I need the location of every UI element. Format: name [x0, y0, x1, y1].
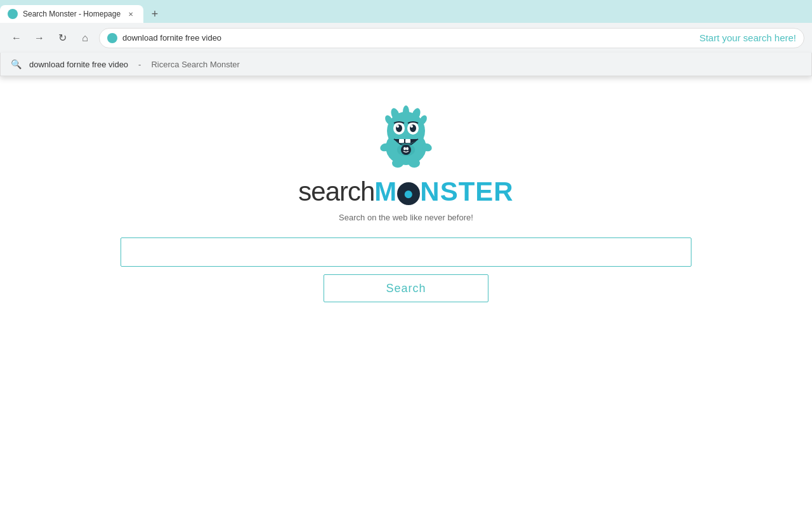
new-tab-button[interactable]: + — [146, 5, 164, 23]
browser-window: Search Monster - Homepage ✕ + ← → ↻ ⌂ St… — [0, 0, 812, 508]
svg-point-22 — [406, 147, 409, 150]
search-input[interactable] — [121, 237, 691, 267]
svg-point-12 — [410, 125, 413, 128]
autocomplete-query: download fornite free video — [29, 60, 128, 69]
brand-title: search M●NSTER — [298, 178, 513, 205]
forward-button[interactable]: → — [30, 29, 48, 47]
reload-button[interactable]: ↻ — [53, 29, 71, 47]
svg-rect-13 — [399, 139, 404, 143]
tab-close-button[interactable]: ✕ — [126, 9, 136, 19]
page-body: MONS — [0, 53, 812, 508]
address-bar-placeholder: Start your search here! — [699, 32, 796, 43]
active-tab[interactable]: Search Monster - Homepage ✕ — [0, 5, 143, 23]
svg-point-3 — [403, 105, 409, 118]
svg-point-20 — [401, 145, 411, 155]
brand-search-text: search — [298, 178, 374, 205]
monster-container: search M●NSTER Search on the web like ne… — [298, 104, 513, 222]
autocomplete-separator: - — [138, 60, 141, 69]
address-bar-favicon — [107, 33, 117, 43]
autocomplete-item[interactable]: 🔍 download fornite free video - Ricerca … — [1, 53, 811, 76]
svg-point-15 — [392, 159, 403, 168]
nav-bar: ← → ↻ ⌂ Start your search here! 🔍 downlo… — [0, 23, 812, 53]
search-icon: 🔍 — [11, 59, 22, 69]
monster-o-icon: ● — [397, 182, 420, 205]
tab-bar: Search Monster - Homepage ✕ + — [0, 0, 812, 23]
svg-point-11 — [396, 125, 399, 128]
back-button[interactable]: ← — [8, 29, 25, 47]
new-tab-icon: + — [152, 8, 159, 21]
svg-point-16 — [409, 159, 420, 168]
tab-favicon — [8, 9, 18, 19]
autocomplete-source: Ricerca Search Monster — [151, 60, 239, 69]
search-button[interactable]: Search — [324, 274, 488, 302]
address-bar-container[interactable]: Start your search here! — [99, 28, 804, 48]
svg-rect-14 — [405, 139, 410, 143]
home-button[interactable]: ⌂ — [76, 29, 94, 47]
brand-monster-text: M●NSTER — [374, 178, 513, 205]
mascot-svg — [371, 104, 441, 171]
svg-point-21 — [403, 147, 406, 150]
autocomplete-dropdown: 🔍 download fornite free video - Ricerca … — [0, 53, 812, 76]
main-content: search M●NSTER Search on the web like ne… — [0, 53, 812, 508]
address-bar-input[interactable] — [122, 33, 699, 43]
tagline: Search on the web like never before! — [339, 213, 473, 222]
search-box-wrapper: Search — [121, 237, 691, 302]
tab-title: Search Monster - Homepage — [23, 10, 121, 18]
